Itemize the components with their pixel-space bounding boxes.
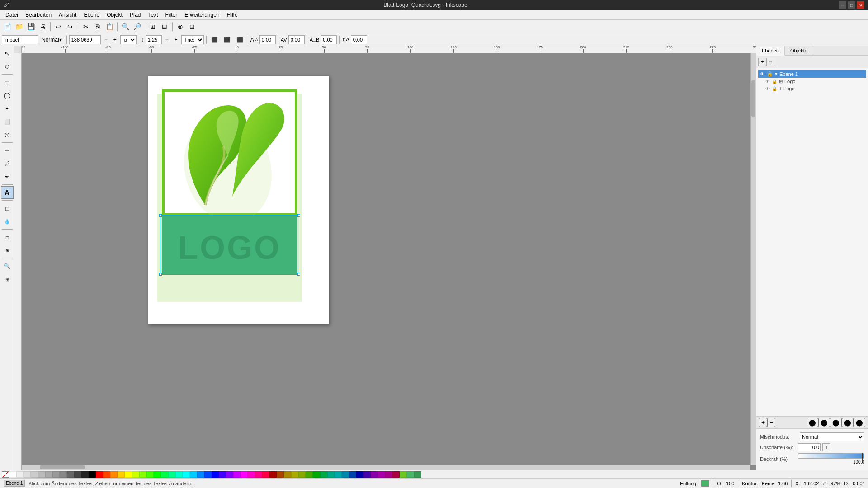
tab-objekte[interactable]: Objekte — [785, 46, 813, 55]
new-button[interactable]: 📄 — [2, 21, 13, 32]
menu-item-bearbeiten[interactable]: Bearbeiten — [22, 11, 55, 19]
pencil-tool[interactable]: ✏ — [1, 144, 14, 157]
align-right-btn[interactable]: ⬛ — [234, 35, 245, 44]
group-button[interactable]: ⊞ — [147, 21, 158, 32]
ellipse-tool[interactable]: ◯ — [1, 89, 14, 102]
color-swatch-48[interactable] — [356, 471, 363, 478]
color-swatch-22[interactable] — [168, 471, 175, 478]
color-swatch-16[interactable] — [125, 471, 132, 478]
baseline-input[interactable] — [351, 35, 367, 44]
layer-row[interactable]: 👁 🔒 ▾ Ebene 1 — [758, 70, 866, 78]
gradient-tool[interactable]: ◫ — [1, 202, 14, 215]
font-size-dec[interactable]: − — [102, 35, 110, 44]
color-swatch-39[interactable] — [291, 471, 298, 478]
font-name-input[interactable] — [2, 35, 38, 44]
spray-tool[interactable]: ⊕ — [1, 244, 14, 257]
copy-button[interactable]: ⎘ — [92, 21, 103, 32]
color-swatch-4[interactable] — [38, 471, 45, 478]
panel-nav-5[interactable]: ⬤ — [854, 418, 865, 427]
undo-button[interactable]: ↩ — [53, 21, 64, 32]
pages-tool[interactable]: ⊞ — [1, 273, 14, 286]
color-swatch-28[interactable] — [212, 471, 219, 478]
color-swatch-47[interactable] — [349, 471, 356, 478]
color-swatch-33[interactable] — [248, 471, 255, 478]
color-swatch-44[interactable] — [327, 471, 335, 478]
color-swatch-55[interactable] — [407, 471, 414, 478]
color-swatch-25[interactable] — [190, 471, 197, 478]
font-unit-select[interactable]: ptpx — [120, 35, 137, 44]
color-swatch-35[interactable] — [262, 471, 269, 478]
sublayer-row-0[interactable]: 👁 🔒 ⊞ Logo — [758, 78, 866, 85]
sel-handle-tr[interactable] — [297, 214, 300, 217]
font-style-dropdown[interactable]: Normal ▾ — [39, 35, 64, 44]
zoom-out-button[interactable]: 🔎 — [132, 21, 142, 32]
ungroup-button[interactable]: ⊟ — [159, 21, 170, 32]
color-swatch-36[interactable] — [269, 471, 277, 478]
color-swatch-9[interactable] — [74, 471, 81, 478]
maximize-button[interactable]: □ — [848, 1, 855, 9]
color-swatch-10[interactable] — [81, 471, 89, 478]
kern-input[interactable] — [288, 35, 305, 44]
calligraphy-tool[interactable]: ✒ — [1, 170, 14, 183]
menu-item-ansicht[interactable]: Ansicht — [55, 11, 80, 19]
color-swatch-32[interactable] — [241, 471, 248, 478]
menu-item-hilfe[interactable]: Hilfe — [223, 11, 241, 19]
menu-item-objekt[interactable]: Objekt — [103, 11, 126, 19]
color-swatch-26[interactable] — [197, 471, 204, 478]
color-swatch-53[interactable] — [392, 471, 400, 478]
panel-add-btn[interactable]: + — [759, 418, 767, 427]
text-tool[interactable]: A — [1, 186, 14, 199]
fill-swatch[interactable] — [701, 480, 709, 487]
pen-tool[interactable]: 🖊 — [1, 157, 14, 170]
color-swatch-49[interactable] — [363, 471, 371, 478]
panel-nav-2[interactable]: ⬤ — [818, 418, 830, 427]
color-swatch-2[interactable] — [24, 471, 31, 478]
color-swatch-46[interactable] — [342, 471, 349, 478]
sel-handle-br[interactable] — [297, 273, 300, 276]
panel-minus-btn[interactable]: − — [767, 418, 775, 427]
color-swatch-8[interactable] — [67, 471, 74, 478]
star-tool[interactable]: ✦ — [1, 102, 14, 115]
unschaerfe-input[interactable] — [798, 443, 821, 451]
line-height-inc[interactable]: + — [172, 35, 180, 44]
spacing-mode-select[interactable]: lines — [181, 35, 204, 44]
sublayer-row-1[interactable]: 👁 🔒 T Logo — [758, 85, 866, 92]
unschaerfe-inc[interactable]: + — [822, 443, 830, 451]
canvas-area[interactable]: -125-100-75-50-2502550751001251501752002… — [14, 46, 756, 470]
color-swatch-27[interactable] — [204, 471, 212, 478]
distribute-button[interactable]: ⊟ — [187, 21, 198, 32]
rect-tool[interactable]: ▭ — [1, 76, 14, 89]
color-swatch-52[interactable] — [385, 471, 392, 478]
color-swatch-18[interactable] — [139, 471, 146, 478]
color-swatch-24[interactable] — [183, 471, 190, 478]
color-swatch-19[interactable] — [146, 471, 154, 478]
align-center-btn[interactable]: ⬛ — [222, 35, 233, 44]
font-size-input[interactable] — [69, 35, 101, 44]
color-swatch-38[interactable] — [284, 471, 291, 478]
color-swatch-30[interactable] — [226, 471, 233, 478]
color-swatch-14[interactable] — [110, 471, 118, 478]
menu-item-datei[interactable]: Datei — [2, 11, 22, 19]
color-swatch-51[interactable] — [378, 471, 385, 478]
color-swatch-56[interactable] — [414, 471, 421, 478]
color-swatch-17[interactable] — [132, 471, 139, 478]
menu-item-erweiterungen[interactable]: Erweiterungen — [181, 11, 223, 19]
tab-ebenen[interactable]: Ebenen — [756, 46, 785, 56]
color-swatch-21[interactable] — [161, 471, 168, 478]
cut-button[interactable]: ✂ — [80, 21, 91, 32]
align-left-btn[interactable]: ⬛ — [209, 35, 220, 44]
line-height-input[interactable] — [146, 35, 162, 44]
color-swatch-15[interactable] — [118, 471, 125, 478]
menu-item-pfad[interactable]: Pfad — [126, 11, 145, 19]
aa-input[interactable] — [259, 35, 276, 44]
color-swatch-5[interactable] — [45, 471, 52, 478]
line-height-dec[interactable]: − — [163, 35, 171, 44]
close-button[interactable]: ✕ — [857, 1, 864, 9]
color-swatch-54[interactable] — [400, 471, 407, 478]
zoom-in-button[interactable]: 🔍 — [120, 21, 131, 32]
color-swatch-34[interactable] — [255, 471, 262, 478]
menu-item-ebene[interactable]: Ebene — [80, 11, 103, 19]
menu-item-text[interactable]: Text — [145, 11, 162, 19]
panel-nav-4[interactable]: ⬤ — [842, 418, 854, 427]
color-swatch-12[interactable] — [96, 471, 103, 478]
